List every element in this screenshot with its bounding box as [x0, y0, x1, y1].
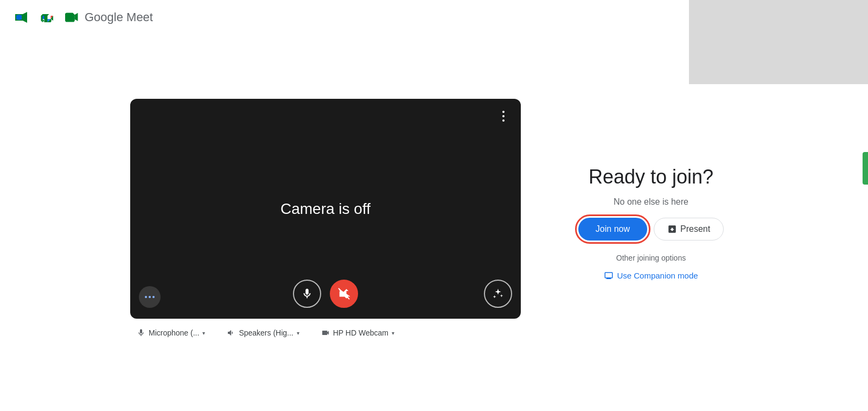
camera-off-label: Camera is off — [280, 200, 371, 218]
video-preview: Camera is off — [130, 99, 521, 319]
main-content: Camera is off — [0, 35, 868, 411]
speakers-chevron-icon: ▾ — [297, 330, 299, 336]
other-joining-options-text: Other joining options — [616, 254, 686, 262]
speakers-label: Speakers (Hig... — [239, 328, 293, 337]
sparkle-icon — [492, 288, 504, 300]
app-title: Google Meet — [85, 10, 153, 24]
microphone-chevron-icon: ▾ — [202, 330, 205, 336]
webcam-device-button[interactable]: HP HD Webcam ▾ — [317, 325, 399, 340]
webcam-device-icon — [321, 328, 330, 337]
camera-toggle-button[interactable] — [330, 280, 358, 308]
meet-logo-svg — [61, 8, 80, 27]
video-more-options-button[interactable] — [494, 106, 513, 126]
more-button-left[interactable] — [139, 286, 161, 308]
horizontal-dots-icon — [145, 296, 155, 298]
companion-mode-label: Use Companion mode — [617, 271, 698, 280]
top-right-placeholder — [689, 0, 868, 84]
vertical-dots-icon — [502, 111, 505, 122]
webcam-chevron-icon: ▾ — [392, 330, 394, 336]
microphone-device-button[interactable]: Microphone (... ▾ — [132, 325, 209, 340]
present-label: Present — [680, 224, 710, 234]
google-meet-logo-icon — [11, 7, 33, 28]
device-controls: Microphone (... ▾ Speakers (Hig... ▾ HP … — [130, 319, 401, 347]
present-icon — [667, 224, 677, 234]
companion-mode-button[interactable]: Use Companion mode — [604, 271, 698, 281]
microphone-icon — [301, 288, 313, 300]
join-actions: Join now Present — [578, 218, 724, 241]
green-accent-bar — [863, 152, 868, 185]
google-meet-icon — [37, 8, 56, 27]
video-section: Camera is off — [130, 99, 521, 347]
camera-off-icon — [338, 288, 350, 300]
logo-container: Google Meet — [11, 7, 153, 28]
microphone-label: Microphone (... — [149, 328, 199, 337]
mic-device-icon — [137, 328, 145, 337]
join-panel: Ready to join? No one else is here Join … — [564, 166, 738, 281]
speakers-device-icon — [227, 328, 235, 337]
webcam-label: HP HD Webcam — [333, 328, 388, 337]
present-button[interactable]: Present — [654, 218, 724, 241]
speakers-device-button[interactable]: Speakers (Hig... ▾ — [222, 325, 303, 340]
no-one-here-text: No one else is here — [614, 197, 688, 207]
effects-button[interactable] — [484, 280, 512, 308]
video-controls — [130, 269, 521, 319]
ready-to-join-title: Ready to join? — [589, 166, 713, 188]
companion-mode-icon — [604, 271, 614, 281]
microphone-toggle-button[interactable] — [293, 280, 321, 308]
join-now-button[interactable]: Join now — [578, 218, 647, 241]
